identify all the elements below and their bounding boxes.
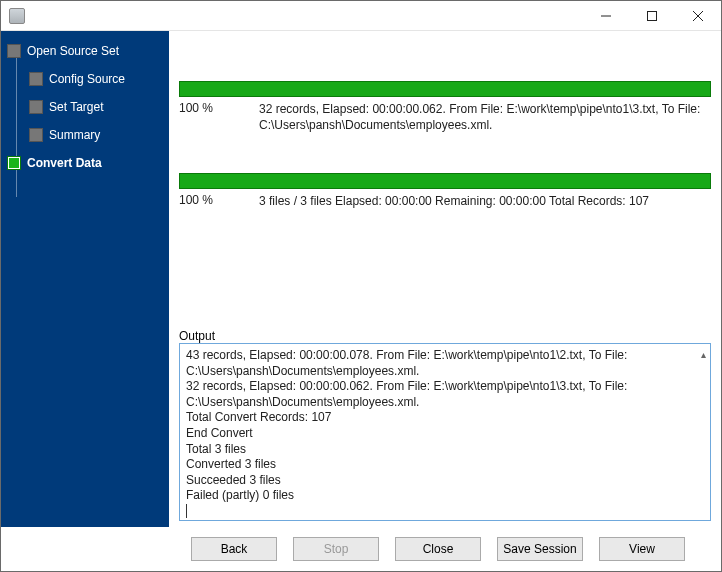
app-window: Open Source Set Config Source Set Target… xyxy=(0,0,722,572)
save-session-button[interactable]: Save Session xyxy=(497,537,583,561)
nav-label: Config Source xyxy=(49,72,125,86)
total-progress-bar xyxy=(179,173,711,189)
wizard-sidebar: Open Source Set Config Source Set Target… xyxy=(1,31,169,527)
window-close-button[interactable] xyxy=(675,1,721,30)
nav-label: Summary xyxy=(49,128,100,142)
maximize-button[interactable] xyxy=(629,1,675,30)
output-line: End Convert xyxy=(186,426,704,442)
output-line: Total Convert Records: 107 xyxy=(186,410,704,426)
file-progress-percent: 100 % xyxy=(179,101,259,133)
step-box-icon xyxy=(29,128,43,142)
nav-summary[interactable]: Summary xyxy=(7,121,169,149)
stop-button: Stop xyxy=(293,537,379,561)
close-button[interactable]: Close xyxy=(395,537,481,561)
step-box-icon xyxy=(29,100,43,114)
file-progress-text: 32 records, Elapsed: 00:00:00.062. From … xyxy=(259,101,711,133)
nav-set-target[interactable]: Set Target xyxy=(7,93,169,121)
output-line: Failed (partly) 0 files xyxy=(186,488,704,504)
nav-label: Set Target xyxy=(49,100,103,114)
titlebar xyxy=(1,1,721,31)
scroll-up-icon[interactable]: ▴ xyxy=(701,348,706,361)
nav-config-source[interactable]: Config Source xyxy=(7,65,169,93)
nav-open-source-set[interactable]: Open Source Set xyxy=(7,37,169,65)
main-panel: 100 % 32 records, Elapsed: 00:00:00.062.… xyxy=(169,31,721,527)
minimize-button[interactable] xyxy=(583,1,629,30)
output-line: 43 records, Elapsed: 00:00:00.078. From … xyxy=(186,348,704,379)
view-button[interactable]: View xyxy=(599,537,685,561)
step-box-icon xyxy=(7,44,21,58)
total-progress-text: 3 files / 3 files Elapsed: 00:00:00 Rema… xyxy=(259,193,711,209)
svg-rect-1 xyxy=(648,11,657,20)
file-progress-bar xyxy=(179,81,711,97)
step-box-active-icon xyxy=(7,156,21,170)
output-line: 32 records, Elapsed: 00:00:00.062. From … xyxy=(186,379,704,410)
output-textbox[interactable]: ▴ 43 records, Elapsed: 00:00:00.078. Fro… xyxy=(179,343,711,521)
output-line: Converted 3 files xyxy=(186,457,704,473)
total-progress-section: 100 % 3 files / 3 files Elapsed: 00:00:0… xyxy=(179,173,711,209)
nav-label: Open Source Set xyxy=(27,44,119,58)
back-button[interactable]: Back xyxy=(191,537,277,561)
step-box-icon xyxy=(29,72,43,86)
file-progress-section: 100 % 32 records, Elapsed: 00:00:00.062.… xyxy=(179,31,711,133)
window-controls xyxy=(583,1,721,30)
nav-convert-data[interactable]: Convert Data xyxy=(7,149,169,177)
output-line: Succeeded 3 files xyxy=(186,473,704,489)
app-icon xyxy=(9,8,25,24)
output-cursor-line xyxy=(186,504,187,518)
total-progress-percent: 100 % xyxy=(179,193,259,209)
output-line: Total 3 files xyxy=(186,442,704,458)
nav-label: Convert Data xyxy=(27,156,102,170)
output-label: Output xyxy=(179,329,711,343)
button-bar: Back Stop Close Save Session View xyxy=(1,527,721,571)
